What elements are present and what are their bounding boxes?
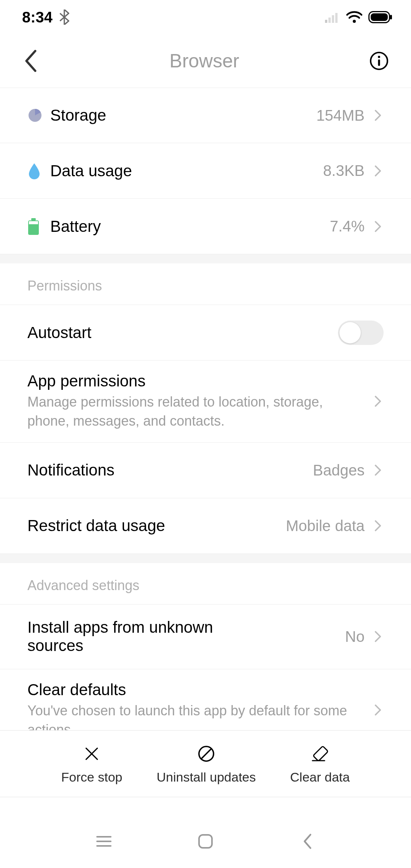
svg-rect-2	[332, 15, 334, 23]
pie-chart-icon	[27, 108, 50, 123]
restrict-label: Restrict data usage	[27, 517, 286, 535]
chevron-right-icon	[372, 392, 384, 410]
svg-rect-7	[390, 15, 392, 19]
storage-value: 154MB	[316, 107, 365, 124]
app-permissions-label: App permissions	[27, 372, 372, 390]
eraser-icon	[309, 743, 331, 764]
advanced-section: Install apps from unknown sources No Cle…	[0, 605, 411, 752]
battery-usage-icon	[27, 218, 50, 235]
page-title: Browser	[40, 50, 368, 72]
bottom-action-bar: Force stop Uninstall updates Clear data	[0, 730, 411, 797]
restrict-value: Mobile data	[286, 517, 365, 535]
row-restrict-data[interactable]: Restrict data usage Mobile data	[0, 498, 411, 554]
svg-rect-0	[325, 20, 327, 23]
install-unknown-value: No	[345, 628, 365, 645]
chevron-right-icon	[372, 217, 384, 236]
clear-data-label: Clear data	[290, 770, 350, 785]
svg-rect-24	[199, 835, 212, 848]
row-battery[interactable]: Battery 7.4%	[0, 199, 411, 254]
battery-icon	[368, 11, 393, 23]
cellular-icon	[325, 11, 340, 23]
system-nav-bar	[0, 815, 411, 868]
row-install-unknown[interactable]: Install apps from unknown sources No	[0, 605, 411, 669]
row-data-usage[interactable]: Data usage 8.3KB	[0, 143, 411, 199]
status-time: 8:34	[22, 9, 53, 26]
data-usage-value: 8.3KB	[323, 162, 365, 179]
svg-rect-3	[335, 13, 338, 23]
force-stop-label: Force stop	[61, 770, 123, 785]
notifications-label: Notifications	[27, 461, 313, 479]
force-stop-button[interactable]: Force stop	[61, 743, 123, 785]
section-permissions-header: Permissions	[0, 263, 411, 305]
svg-point-9	[378, 56, 380, 58]
battery-value: 7.4%	[330, 218, 365, 235]
row-storage[interactable]: Storage 154MB	[0, 88, 411, 143]
row-notifications[interactable]: Notifications Badges	[0, 443, 411, 498]
clear-data-button[interactable]: Clear data	[290, 743, 350, 785]
status-bar: 8:34	[0, 0, 411, 34]
nav-back-button[interactable]	[294, 828, 320, 855]
svg-point-4	[353, 20, 356, 23]
close-icon	[81, 743, 102, 764]
app-permissions-subtitle: Manage permissions related to location, …	[27, 390, 372, 431]
section-advanced-header: Advanced settings	[0, 563, 411, 605]
chevron-right-icon	[372, 461, 384, 479]
svg-rect-19	[313, 746, 328, 761]
nav-home-button[interactable]	[192, 828, 219, 855]
svg-rect-12	[31, 218, 36, 220]
bluetooth-icon	[59, 10, 70, 25]
droplet-icon	[27, 163, 50, 179]
chevron-right-icon	[372, 627, 384, 646]
autostart-label: Autostart	[27, 324, 338, 342]
install-unknown-label: Install apps from unknown sources	[27, 618, 241, 655]
row-autostart[interactable]: Autostart	[0, 305, 411, 361]
storage-label: Storage	[50, 106, 316, 124]
svg-line-18	[201, 748, 211, 758]
battery-label: Battery	[50, 217, 330, 236]
data-usage-label: Data usage	[50, 162, 323, 180]
chevron-right-icon	[372, 517, 384, 535]
svg-rect-6	[371, 13, 388, 21]
row-app-permissions[interactable]: App permissions Manage permissions relat…	[0, 361, 411, 443]
notifications-value: Badges	[313, 462, 365, 479]
usage-section: Storage 154MB Data usage 8.3KB Battery 7…	[0, 88, 411, 254]
permissions-section: Autostart App permissions Manage permiss…	[0, 305, 411, 554]
uninstall-label: Uninstall updates	[156, 770, 256, 785]
back-button[interactable]	[21, 48, 40, 74]
prohibit-icon	[196, 743, 217, 764]
uninstall-updates-button[interactable]: Uninstall updates	[156, 743, 256, 785]
wifi-icon	[346, 11, 362, 23]
svg-rect-1	[328, 18, 331, 23]
chevron-right-icon	[372, 701, 384, 719]
svg-rect-14	[29, 221, 38, 224]
svg-rect-10	[378, 59, 380, 66]
autostart-toggle[interactable]	[338, 321, 384, 345]
chevron-right-icon	[372, 106, 384, 124]
chevron-right-icon	[372, 162, 384, 180]
info-button[interactable]	[368, 50, 390, 72]
clear-defaults-label: Clear defaults	[27, 681, 372, 699]
top-bar: Browser	[0, 34, 411, 88]
nav-recents-button[interactable]	[91, 828, 117, 855]
